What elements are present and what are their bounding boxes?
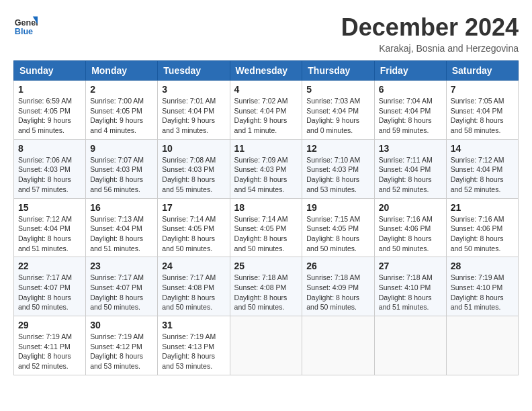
day-number: 12 — [306, 143, 369, 154]
day-info: Sunrise: 6:59 AMSunset: 4:05 PMDaylight:… — [18, 96, 81, 136]
day-number: 2 — [90, 84, 153, 95]
day-number: 3 — [162, 84, 225, 95]
day-info: Sunrise: 7:09 AMSunset: 4:03 PMDaylight:… — [234, 155, 298, 195]
day-number: 28 — [451, 261, 514, 271]
day-info: Sunrise: 7:17 AMSunset: 4:07 PMDaylight:… — [90, 273, 153, 312]
calendar-cell: 9Sunrise: 7:07 AMSunset: 4:03 PMDaylight… — [86, 139, 158, 198]
day-info: Sunrise: 7:18 AMSunset: 4:08 PMDaylight:… — [234, 273, 298, 312]
day-info: Sunrise: 7:12 AMSunset: 4:04 PMDaylight:… — [18, 214, 81, 254]
calendar-cell: 5Sunrise: 7:03 AMSunset: 4:04 PMDaylight… — [302, 81, 374, 140]
calendar-cell: 18Sunrise: 7:14 AMSunset: 4:05 PMDayligh… — [230, 198, 302, 257]
day-info: Sunrise: 7:14 AMSunset: 4:05 PMDaylight:… — [162, 214, 225, 254]
day-info: Sunrise: 7:19 AMSunset: 4:11 PMDaylight:… — [18, 332, 81, 371]
day-info: Sunrise: 7:07 AMSunset: 4:03 PMDaylight:… — [90, 155, 153, 195]
title-block: December 2024 Karakaj, Bosnia and Herzeg… — [341, 13, 519, 54]
calendar-table: SundayMondayTuesdayWednesdayThursdayFrid… — [13, 60, 519, 375]
calendar-header-thursday: Thursday — [302, 61, 374, 81]
calendar-header-row: SundayMondayTuesdayWednesdayThursdayFrid… — [14, 61, 519, 81]
calendar-cell: 23Sunrise: 7:17 AMSunset: 4:07 PMDayligh… — [86, 257, 158, 316]
calendar-week-2: 8Sunrise: 7:06 AMSunset: 4:03 PMDaylight… — [14, 139, 519, 198]
calendar-cell: 24Sunrise: 7:17 AMSunset: 4:08 PMDayligh… — [158, 257, 230, 316]
day-number: 10 — [162, 143, 225, 154]
calendar-cell: 22Sunrise: 7:17 AMSunset: 4:07 PMDayligh… — [14, 257, 86, 316]
calendar-header-sunday: Sunday — [14, 61, 86, 81]
day-number: 19 — [306, 202, 369, 213]
calendar-week-1: 1Sunrise: 6:59 AMSunset: 4:05 PMDaylight… — [14, 81, 519, 140]
day-number: 31 — [162, 320, 225, 330]
month-title: December 2024 — [341, 13, 519, 42]
calendar-week-5: 29Sunrise: 7:19 AMSunset: 4:11 PMDayligh… — [14, 316, 519, 375]
day-number: 14 — [451, 143, 514, 154]
day-info: Sunrise: 7:15 AMSunset: 4:05 PMDaylight:… — [306, 214, 369, 254]
calendar-cell: 8Sunrise: 7:06 AMSunset: 4:03 PMDaylight… — [14, 139, 86, 198]
calendar-cell — [374, 316, 446, 375]
day-info: Sunrise: 7:08 AMSunset: 4:03 PMDaylight:… — [162, 155, 225, 195]
calendar-cell: 27Sunrise: 7:18 AMSunset: 4:10 PMDayligh… — [374, 257, 446, 316]
day-number: 1 — [18, 84, 81, 95]
day-info: Sunrise: 7:11 AMSunset: 4:04 PMDaylight:… — [379, 155, 442, 195]
calendar-week-3: 15Sunrise: 7:12 AMSunset: 4:04 PMDayligh… — [14, 198, 519, 257]
day-number: 26 — [306, 261, 369, 271]
day-info: Sunrise: 7:18 AMSunset: 4:10 PMDaylight:… — [379, 273, 442, 312]
calendar-header-tuesday: Tuesday — [158, 61, 230, 81]
day-number: 5 — [306, 84, 369, 95]
day-number: 7 — [451, 84, 514, 95]
calendar-cell: 15Sunrise: 7:12 AMSunset: 4:04 PMDayligh… — [14, 198, 86, 257]
day-number: 30 — [90, 320, 153, 330]
calendar-cell: 30Sunrise: 7:19 AMSunset: 4:12 PMDayligh… — [86, 316, 158, 375]
day-info: Sunrise: 7:12 AMSunset: 4:04 PMDaylight:… — [451, 155, 514, 195]
day-number: 24 — [162, 261, 225, 271]
calendar-cell: 1Sunrise: 6:59 AMSunset: 4:05 PMDaylight… — [14, 81, 86, 140]
calendar-header-saturday: Saturday — [446, 61, 518, 81]
page-header: General Blue December 2024 Karakaj, Bosn… — [13, 13, 519, 54]
day-info: Sunrise: 7:02 AMSunset: 4:04 PMDaylight:… — [234, 96, 298, 136]
day-number: 27 — [379, 261, 442, 271]
logo-icon: General Blue — [13, 13, 38, 38]
day-info: Sunrise: 7:16 AMSunset: 4:06 PMDaylight:… — [379, 214, 442, 254]
calendar-cell: 26Sunrise: 7:18 AMSunset: 4:09 PMDayligh… — [302, 257, 374, 316]
day-number: 11 — [234, 143, 298, 154]
day-number: 21 — [451, 202, 514, 213]
day-number: 29 — [18, 320, 81, 330]
day-number: 23 — [90, 261, 153, 271]
day-info: Sunrise: 7:04 AMSunset: 4:04 PMDaylight:… — [379, 96, 442, 136]
calendar-cell: 29Sunrise: 7:19 AMSunset: 4:11 PMDayligh… — [14, 316, 86, 375]
day-info: Sunrise: 7:05 AMSunset: 4:04 PMDaylight:… — [451, 96, 514, 136]
calendar-header-wednesday: Wednesday — [230, 61, 302, 81]
day-number: 22 — [18, 261, 81, 271]
day-number: 4 — [234, 84, 298, 95]
day-info: Sunrise: 7:06 AMSunset: 4:03 PMDaylight:… — [18, 155, 81, 195]
day-number: 25 — [234, 261, 298, 271]
day-info: Sunrise: 7:01 AMSunset: 4:04 PMDaylight:… — [162, 96, 225, 136]
calendar-cell: 4Sunrise: 7:02 AMSunset: 4:04 PMDaylight… — [230, 81, 302, 140]
calendar-cell: 17Sunrise: 7:14 AMSunset: 4:05 PMDayligh… — [158, 198, 230, 257]
calendar-week-4: 22Sunrise: 7:17 AMSunset: 4:07 PMDayligh… — [14, 257, 519, 316]
svg-text:Blue: Blue — [15, 27, 33, 36]
day-number: 20 — [379, 202, 442, 213]
calendar-body: 1Sunrise: 6:59 AMSunset: 4:05 PMDaylight… — [14, 81, 519, 375]
day-number: 13 — [379, 143, 442, 154]
logo: General Blue — [13, 13, 38, 38]
day-number: 17 — [162, 202, 225, 213]
day-number: 8 — [18, 143, 81, 154]
calendar-cell: 10Sunrise: 7:08 AMSunset: 4:03 PMDayligh… — [158, 139, 230, 198]
day-info: Sunrise: 7:00 AMSunset: 4:05 PMDaylight:… — [90, 96, 153, 136]
location: Karakaj, Bosnia and Herzegovina — [341, 43, 519, 54]
calendar-cell — [230, 316, 302, 375]
calendar-cell: 20Sunrise: 7:16 AMSunset: 4:06 PMDayligh… — [374, 198, 446, 257]
calendar-cell: 28Sunrise: 7:19 AMSunset: 4:10 PMDayligh… — [446, 257, 518, 316]
day-info: Sunrise: 7:19 AMSunset: 4:10 PMDaylight:… — [451, 273, 514, 312]
calendar-cell: 16Sunrise: 7:13 AMSunset: 4:04 PMDayligh… — [86, 198, 158, 257]
day-info: Sunrise: 7:19 AMSunset: 4:13 PMDaylight:… — [162, 332, 225, 371]
day-info: Sunrise: 7:03 AMSunset: 4:04 PMDaylight:… — [306, 96, 369, 136]
day-info: Sunrise: 7:18 AMSunset: 4:09 PMDaylight:… — [306, 273, 369, 312]
day-info: Sunrise: 7:10 AMSunset: 4:03 PMDaylight:… — [306, 155, 369, 195]
calendar-cell: 3Sunrise: 7:01 AMSunset: 4:04 PMDaylight… — [158, 81, 230, 140]
day-number: 18 — [234, 202, 298, 213]
calendar-cell: 13Sunrise: 7:11 AMSunset: 4:04 PMDayligh… — [374, 139, 446, 198]
calendar-cell: 19Sunrise: 7:15 AMSunset: 4:05 PMDayligh… — [302, 198, 374, 257]
day-number: 6 — [379, 84, 442, 95]
calendar-header-friday: Friday — [374, 61, 446, 81]
calendar-cell: 14Sunrise: 7:12 AMSunset: 4:04 PMDayligh… — [446, 139, 518, 198]
day-number: 15 — [18, 202, 81, 213]
